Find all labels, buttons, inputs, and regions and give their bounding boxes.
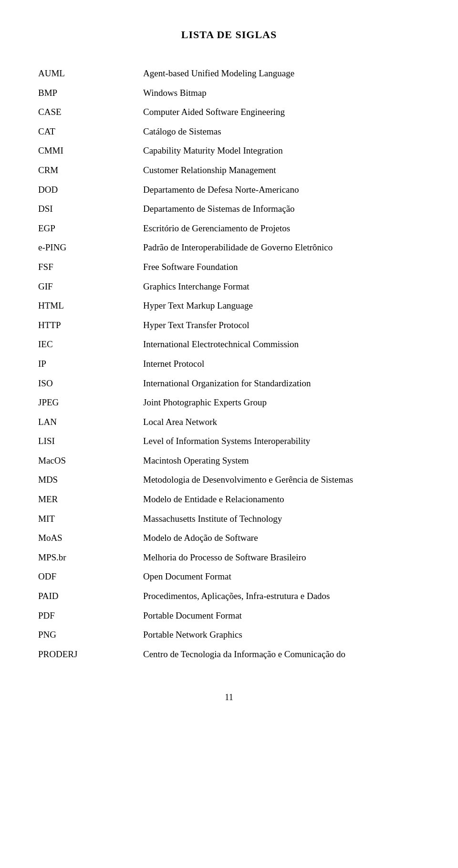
table-row: CASEComputer Aided Software Engineering: [38, 103, 420, 122]
definition-cell: Level of Information Systems Interoperab…: [143, 432, 420, 451]
acronym-cell: CMMI: [38, 141, 143, 161]
table-row: BMPWindows Bitmap: [38, 83, 420, 103]
table-row: DODDepartamento de Defesa Norte-American…: [38, 180, 420, 200]
table-row: CMMICapability Maturity Model Integratio…: [38, 141, 420, 161]
acronym-cell: CASE: [38, 103, 143, 122]
table-row: PDFPortable Document Format: [38, 606, 420, 626]
definition-cell: Open Document Format: [143, 567, 420, 587]
acronym-cell: FSF: [38, 258, 143, 277]
acronym-cell: MDS: [38, 470, 143, 490]
definition-cell: Melhoria do Processo de Software Brasile…: [143, 548, 420, 568]
acronym-cell: IEC: [38, 335, 143, 354]
acronym-cell: LISI: [38, 432, 143, 451]
table-row: FSFFree Software Foundation: [38, 258, 420, 277]
acronym-cell: MacOS: [38, 451, 143, 471]
definition-cell: Catálogo de Sistemas: [143, 122, 420, 142]
table-row: e-PINGPadrão de Interoperabilidade de Go…: [38, 238, 420, 258]
acronym-cell: MIT: [38, 509, 143, 529]
acronym-cell: IP: [38, 354, 143, 374]
definition-cell: Local Area Network: [143, 413, 420, 432]
acronym-cell: PNG: [38, 625, 143, 645]
acronym-cell: PRODERJ: [38, 645, 143, 664]
table-row: ISOInternational Organization for Standa…: [38, 374, 420, 393]
definition-cell: International Organization for Standardi…: [143, 374, 420, 393]
table-row: ODFOpen Document Format: [38, 567, 420, 587]
table-row: PRODERJCentro de Tecnologia da Informaçã…: [38, 645, 420, 664]
definition-cell: Departamento de Sistemas de Informação: [143, 199, 420, 219]
definition-cell: Hyper Text Markup Language: [143, 296, 420, 316]
definition-cell: Portable Document Format: [143, 606, 420, 626]
acronym-cell: GIF: [38, 277, 143, 297]
acronym-cell: PAID: [38, 587, 143, 606]
acronym-cell: DSI: [38, 199, 143, 219]
definition-cell: Massachusetts Institute of Technology: [143, 509, 420, 529]
acronym-cell: MER: [38, 490, 143, 509]
definition-cell: International Electrotechnical Commissio…: [143, 335, 420, 354]
definition-cell: Windows Bitmap: [143, 83, 420, 103]
definition-cell: Departamento de Defesa Norte-Americano: [143, 180, 420, 200]
definition-cell: Agent-based Unified Modeling Language: [143, 64, 420, 83]
definition-cell: Procedimentos, Aplicações, Infra-estrutu…: [143, 587, 420, 606]
definition-cell: Graphics Interchange Format: [143, 277, 420, 297]
table-row: LISILevel of Information Systems Interop…: [38, 432, 420, 451]
acronym-cell: LAN: [38, 413, 143, 432]
table-row: MDSMetodologia de Desenvolvimento e Gerê…: [38, 470, 420, 490]
acronym-cell: AUML: [38, 64, 143, 83]
acronym-cell: HTTP: [38, 316, 143, 335]
acronym-cell: CAT: [38, 122, 143, 142]
table-row: HTTPHyper Text Transfer Protocol: [38, 316, 420, 335]
acronym-cell: PDF: [38, 606, 143, 626]
acronym-cell: EGP: [38, 219, 143, 238]
acronym-cell: CRM: [38, 161, 143, 180]
acronym-cell: DOD: [38, 180, 143, 200]
definition-cell: Modelo de Entidade e Relacionamento: [143, 490, 420, 509]
table-row: MacOSMacintosh Operating System: [38, 451, 420, 471]
definition-cell: Computer Aided Software Engineering: [143, 103, 420, 122]
definition-cell: Padrão de Interoperabilidade de Governo …: [143, 238, 420, 258]
definition-cell: Internet Protocol: [143, 354, 420, 374]
page-title: LISTA DE SIGLAS: [38, 29, 420, 41]
table-row: JPEGJoint Photographic Experts Group: [38, 393, 420, 413]
definition-cell: Portable Network Graphics: [143, 625, 420, 645]
definition-cell: Metodologia de Desenvolvimento e Gerênci…: [143, 470, 420, 490]
table-row: CATCatálogo de Sistemas: [38, 122, 420, 142]
table-row: PNGPortable Network Graphics: [38, 625, 420, 645]
acronym-cell: e-PING: [38, 238, 143, 258]
acronym-cell: HTML: [38, 296, 143, 316]
acronym-cell: MoAS: [38, 528, 143, 548]
acronym-table: AUMLAgent-based Unified Modeling Languag…: [38, 64, 420, 664]
table-row: LANLocal Area Network: [38, 413, 420, 432]
definition-cell: Free Software Foundation: [143, 258, 420, 277]
table-row: HTMLHyper Text Markup Language: [38, 296, 420, 316]
table-row: MERModelo de Entidade e Relacionamento: [38, 490, 420, 509]
definition-cell: Hyper Text Transfer Protocol: [143, 316, 420, 335]
table-row: CRMCustomer Relationship Management: [38, 161, 420, 180]
table-row: IECInternational Electrotechnical Commis…: [38, 335, 420, 354]
page-number: 11: [38, 692, 420, 703]
table-row: DSIDepartamento de Sistemas de Informaçã…: [38, 199, 420, 219]
table-row: AUMLAgent-based Unified Modeling Languag…: [38, 64, 420, 83]
table-row: IPInternet Protocol: [38, 354, 420, 374]
acronym-cell: JPEG: [38, 393, 143, 413]
table-row: GIFGraphics Interchange Format: [38, 277, 420, 297]
table-row: MITMassachusetts Institute of Technology: [38, 509, 420, 529]
acronym-cell: ODF: [38, 567, 143, 587]
table-row: EGPEscritório de Gerenciamento de Projet…: [38, 219, 420, 238]
acronym-cell: ISO: [38, 374, 143, 393]
table-row: MPS.brMelhoria do Processo de Software B…: [38, 548, 420, 568]
table-row: PAIDProcedimentos, Aplicações, Infra-est…: [38, 587, 420, 606]
definition-cell: Centro de Tecnologia da Informação e Com…: [143, 645, 420, 664]
acronym-cell: MPS.br: [38, 548, 143, 568]
definition-cell: Modelo de Adoção de Software: [143, 528, 420, 548]
definition-cell: Joint Photographic Experts Group: [143, 393, 420, 413]
definition-cell: Escritório de Gerenciamento de Projetos: [143, 219, 420, 238]
table-row: MoASModelo de Adoção de Software: [38, 528, 420, 548]
definition-cell: Capability Maturity Model Integration: [143, 141, 420, 161]
definition-cell: Macintosh Operating System: [143, 451, 420, 471]
definition-cell: Customer Relationship Management: [143, 161, 420, 180]
acronym-cell: BMP: [38, 83, 143, 103]
